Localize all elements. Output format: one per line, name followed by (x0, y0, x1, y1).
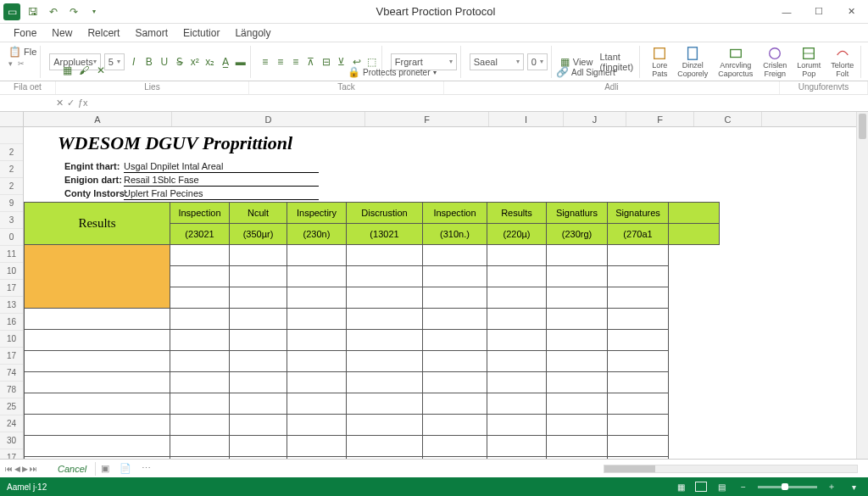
fx-cancel-icon[interactable]: ✕ (56, 98, 64, 109)
row-header[interactable]: 2 (0, 144, 23, 161)
strike-icon[interactable]: S̶ (174, 56, 186, 68)
paste-icon[interactable]: 📋 (8, 46, 20, 58)
tab-last-icon[interactable]: ⏭ (30, 465, 37, 473)
row-header[interactable]: 3 (0, 212, 23, 229)
sigment-icon[interactable]: 🔗 (556, 66, 568, 78)
row-headers[interactable]: 2229301110171316101774782524301738302820 (0, 127, 24, 459)
select-all-corner[interactable] (0, 112, 24, 127)
close-button[interactable]: ✕ (836, 1, 866, 23)
view-normal-icon[interactable]: ▦ (673, 480, 688, 493)
tab-prev-icon[interactable]: ◀ (14, 465, 20, 473)
row-header[interactable]: 0 (0, 229, 23, 246)
italic-icon[interactable]: I (128, 56, 140, 68)
cmd-lorumt[interactable]: LorumtPop (793, 44, 824, 80)
main-table[interactable]: Results Inspection Ncult Inspectiry Disc… (24, 202, 720, 459)
clip-cut-icon[interactable]: ✂ (18, 59, 25, 68)
align-center-icon[interactable]: ≡ (275, 56, 287, 68)
bold-icon[interactable]: B (143, 56, 155, 68)
fx-accept-icon[interactable]: ✓ (67, 98, 75, 109)
status-caret-icon[interactable]: ▾ (846, 480, 861, 493)
undo-icon[interactable]: ↶ (47, 6, 59, 18)
row-header[interactable]: 17 (0, 348, 23, 365)
sheet-tab[interactable]: Cancel (49, 462, 96, 476)
menu-new[interactable]: New (52, 27, 72, 39)
style-combo[interactable]: Saeal▾ (470, 53, 524, 70)
row-header[interactable]: 2 (0, 161, 23, 178)
border-icon[interactable]: ▦ (61, 64, 73, 76)
minimize-button[interactable]: — (771, 1, 802, 23)
svg-point-3 (770, 47, 781, 59)
horizontal-scrollbar[interactable] (604, 465, 858, 473)
font-size-combo[interactable]: 5▾ (104, 53, 125, 70)
protect-icon[interactable]: 🔒 (348, 66, 359, 78)
row-header[interactable]: 17 (0, 280, 23, 297)
meta-val-3[interactable]: Uplert Fral Pecines (124, 188, 319, 200)
redo-icon[interactable]: ↷ (68, 6, 80, 18)
view-label[interactable]: View (573, 57, 593, 67)
maximize-button[interactable]: ☐ (804, 1, 834, 23)
row-header[interactable]: 10 (0, 263, 23, 280)
align-bot-icon[interactable]: ⊻ (336, 56, 348, 68)
table-row (25, 415, 720, 436)
tab-next-icon[interactable]: ▶ (22, 465, 28, 473)
align-top-icon[interactable]: ⊼ (305, 56, 317, 68)
zoom-in-icon[interactable]: ＋ (824, 480, 839, 493)
fx-icon[interactable]: ƒx (78, 98, 88, 109)
row-header[interactable]: 2 (0, 178, 23, 195)
align-left-icon[interactable]: ≡ (259, 56, 271, 68)
menu-relcert[interactable]: Relcert (87, 27, 120, 39)
save-icon[interactable]: 🖫 (27, 6, 39, 18)
table-row (25, 393, 720, 415)
meta-val-2[interactable]: Resail 1Sblc Fase (124, 175, 319, 187)
font-color-icon[interactable]: A̲ (220, 56, 231, 68)
adl-sigment-label[interactable]: Adl Sigmert (571, 68, 615, 77)
row-header[interactable]: 74 (0, 365, 23, 382)
style-val-combo[interactable]: 0▾ (527, 53, 548, 70)
cmd-anrcvling[interactable]: AnrcvlingCaporctus (715, 44, 756, 80)
align-right-icon[interactable]: ≡ (290, 56, 302, 68)
cmd-lore[interactable]: LorePats (648, 44, 670, 80)
cmd-crislen[interactable]: CrislenFreign (760, 44, 790, 80)
row-header[interactable]: 78 (0, 382, 23, 398)
tab-first-icon[interactable]: ⏮ (5, 465, 13, 473)
zoom-slider[interactable] (758, 486, 817, 488)
menu-langoly[interactable]: Längoly (235, 27, 270, 39)
file-label[interactable]: Fle (24, 47, 36, 57)
fill-color-icon[interactable]: ▬ (235, 56, 247, 68)
row-header[interactable]: 17 (0, 449, 23, 459)
row-header[interactable]: 30 (0, 432, 23, 449)
tab-add-icon[interactable]: ▣ (96, 463, 114, 474)
tab-more-icon[interactable]: ⋯ (136, 463, 156, 474)
align-mid-icon[interactable]: ⊟ (320, 56, 332, 68)
row-header[interactable]: 9 (0, 195, 23, 212)
tab-copy-icon[interactable]: 📄 (114, 463, 136, 474)
row-header[interactable]: 11 (0, 246, 23, 263)
title-bar: ▭ 🖫 ↶ ↷ ▾ Vbeart Proction Protocol — ☐ ✕ (0, 0, 868, 24)
menu-fone[interactable]: Fone (14, 27, 36, 39)
clip-down-icon[interactable]: ▾ (8, 59, 13, 68)
clear-icon[interactable]: ✕ (95, 64, 107, 76)
sup-icon[interactable]: x² (189, 56, 201, 68)
cmd-telorte[interactable]: TelorteFolt (827, 44, 857, 80)
row-header[interactable]: 25 (0, 398, 23, 415)
prottects-label[interactable]: Prottects proneter (363, 68, 430, 77)
vertical-scrollbar[interactable] (856, 112, 868, 459)
underline-icon[interactable]: U (159, 56, 170, 68)
row-header[interactable] (0, 127, 23, 144)
menu-samort[interactable]: Samort (135, 27, 168, 39)
row-header[interactable]: 10 (0, 331, 23, 348)
column-headers[interactable]: A D F I J F C (24, 112, 856, 127)
row-header[interactable]: 13 (0, 297, 23, 314)
meta-val-1[interactable]: Usgal Dnpilet Intal Areal (124, 161, 319, 173)
row-header[interactable]: 16 (0, 314, 23, 331)
zoom-out-icon[interactable]: − (736, 480, 751, 493)
paint-icon[interactable]: 🖌 (78, 64, 90, 76)
view-page-icon[interactable] (695, 482, 707, 492)
view-break-icon[interactable]: ▤ (714, 480, 729, 493)
sub-icon[interactable]: x₂ (204, 56, 216, 68)
cmd-dinzel[interactable]: DinzelCoporely (674, 44, 711, 80)
menu-eictutior[interactable]: Eictutior (183, 27, 220, 39)
row-header[interactable]: 24 (0, 415, 23, 432)
qa-dropdown-icon[interactable]: ▾ (88, 6, 100, 18)
cells[interactable]: WDESOM DGUV Proprittionl Engint thart: U… (24, 127, 856, 459)
